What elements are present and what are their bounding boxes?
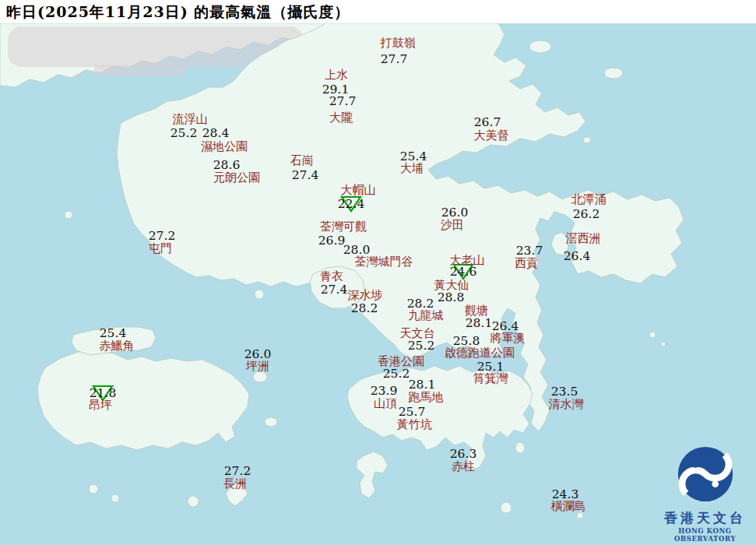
station-temperature: 28.6: [213, 158, 241, 172]
station-temperature: 28.0: [343, 243, 371, 257]
station-name: 元朗公園: [213, 171, 260, 185]
station-temperature: 25.2: [408, 339, 435, 353]
station-temperature: 23.7: [516, 244, 543, 258]
station-name: 大美督: [474, 128, 509, 143]
station-name: 沙田: [441, 218, 464, 233]
station-temperature: 25.2: [171, 126, 198, 140]
station-temperature: 28.1: [466, 316, 493, 330]
station-temperature: 25.4: [100, 326, 127, 340]
station-temperature: 25.2: [383, 367, 410, 381]
station-name: 山頂: [374, 396, 397, 411]
station-temperature: 28.4: [202, 126, 230, 140]
station-name: 清水灣: [549, 397, 584, 412]
station-name: 青衣: [320, 269, 343, 284]
station-temperature: 25.7: [399, 405, 426, 419]
observatory-logo: 香港天文台 HONG KONG OBSERVATORY: [654, 444, 756, 543]
station-temperature: 27.4: [321, 283, 348, 297]
station-temperature: 23.9: [371, 384, 398, 398]
station-temperature: 25.8: [453, 334, 480, 348]
station-name: 長洲: [223, 476, 247, 491]
station-name: 滘西洲: [566, 231, 601, 246]
station-temperature: 25.4: [400, 149, 427, 164]
station-name: 赤鱲角: [100, 339, 135, 353]
station-temperature: 25.1: [477, 360, 505, 374]
weather-map-page: 昨日(2025年11月23日) 的最高氣溫（攝氏度） 打鼓嶺27.7上水29.1…: [0, 0, 756, 545]
station-name: 北潭涌: [571, 192, 607, 207]
observatory-logo-icon: [675, 444, 736, 505]
station-temperature: 28.2: [351, 301, 378, 315]
observatory-name-chinese: 香港天文台: [654, 509, 756, 527]
station-temperature: 26.2: [573, 207, 600, 221]
station-temperature: 28.2: [407, 297, 434, 311]
station-name: 荃灣可觀: [320, 220, 367, 234]
station-temperature: 26.0: [441, 206, 469, 220]
station-name: 石崗: [290, 153, 314, 168]
station-name: 屯門: [149, 241, 172, 256]
station-temperature: 26.4: [564, 249, 591, 263]
station-temperature: 28.1: [409, 378, 436, 392]
station-temperature: 26.4: [492, 319, 519, 333]
station-name: 黃竹坑: [397, 417, 432, 432]
station-temperature: 23.5: [551, 385, 578, 399]
station-temperature: 22.4: [338, 197, 365, 211]
station-name: 大帽山: [341, 183, 376, 198]
station-name: 流浮山: [173, 112, 208, 127]
station-temperature: 26.9: [318, 234, 346, 248]
station-temperature: 27.2: [149, 229, 176, 243]
station-temperature: 26.7: [474, 115, 501, 129]
station-name: 打鼓嶺: [381, 36, 416, 51]
station-name: 上水: [325, 68, 348, 83]
station-temperature: 26.0: [244, 347, 272, 361]
station-temperature: 28.8: [438, 290, 465, 304]
station-temperature: 26.3: [450, 447, 477, 461]
station-temperature: 27.7: [381, 52, 408, 66]
station-name: 深水埗: [348, 288, 383, 303]
station-temperature: 27.7: [329, 94, 357, 108]
station-temperature: 27.2: [224, 464, 251, 478]
stations-layer: 打鼓嶺27.7上水29.1大隴27.7流浮山25.2濕地公園28.4元朗公園28…: [0, 0, 756, 545]
station-temperature: 24.6: [450, 265, 477, 279]
station-temperature: 27.4: [292, 168, 319, 182]
station-name: 大隴: [329, 111, 353, 125]
observatory-name-english: HONG KONG OBSERVATORY: [654, 527, 756, 543]
station-name: 跑馬地: [409, 390, 444, 405]
station-name: 西貢: [515, 256, 538, 271]
station-temperature: 24.3: [552, 487, 579, 501]
station-temperature: 21.8: [90, 386, 117, 400]
station-name: 赤柱: [452, 459, 475, 474]
station-name: 濕地公園: [201, 139, 248, 154]
